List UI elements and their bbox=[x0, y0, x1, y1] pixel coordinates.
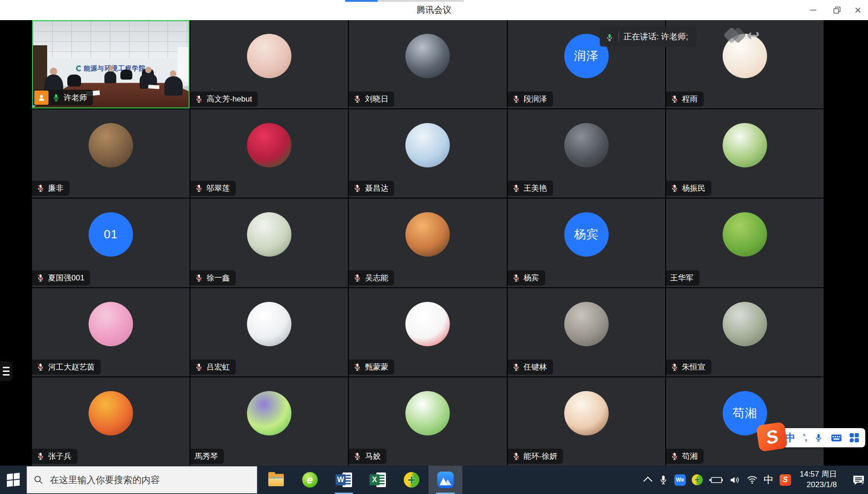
avatar bbox=[89, 302, 133, 346]
voice-input-icon[interactable] bbox=[814, 433, 823, 442]
taskbar-apps: e W X + bbox=[259, 466, 462, 494]
participant-name: 王美艳 bbox=[524, 183, 547, 193]
taskbar-browser-button[interactable]: e bbox=[293, 466, 327, 494]
restore-icon bbox=[833, 6, 841, 14]
sogou-ime-toolbar[interactable]: S 中 ˚, bbox=[768, 428, 865, 447]
tray-360-safety-icon[interactable]: + bbox=[692, 474, 703, 485]
participant-tile[interactable]: 甄蒙蒙 bbox=[349, 288, 506, 376]
participant-tile[interactable]: 刘晓日 bbox=[349, 20, 506, 108]
participant-tile[interactable]: 杨振民 bbox=[666, 109, 824, 198]
tray-sogou-icon[interactable]: S bbox=[780, 474, 791, 486]
action-center-icon[interactable] bbox=[852, 474, 865, 486]
ime-toolbox-icon[interactable] bbox=[850, 433, 859, 442]
sogou-logo-icon[interactable]: S bbox=[756, 422, 787, 452]
muted-mic-icon bbox=[36, 274, 45, 282]
avatar bbox=[722, 302, 767, 346]
taskbar-excel-button[interactable]: X bbox=[361, 466, 395, 494]
avatar bbox=[89, 123, 133, 167]
window-title: 腾讯会议 bbox=[0, 0, 868, 20]
participant-tile[interactable]: 馬秀琴 bbox=[190, 377, 348, 466]
participant-label: 廉非 bbox=[32, 181, 70, 196]
avatar bbox=[247, 391, 292, 435]
taskbar-file-explorer-button[interactable] bbox=[259, 466, 293, 494]
participant-label: 聂昌达 bbox=[349, 181, 394, 196]
avatar bbox=[406, 212, 450, 257]
start-button[interactable] bbox=[0, 466, 27, 494]
participant-tile[interactable]: 吕宏虹 bbox=[190, 288, 348, 376]
we-app-icon[interactable]: We bbox=[674, 474, 686, 486]
participant-label: 高文芳-hebut bbox=[190, 91, 258, 107]
ime-mode-indicator[interactable]: 中 bbox=[764, 473, 774, 487]
participant-name: 馬秀琴 bbox=[195, 451, 218, 462]
participant-tile[interactable]: 廉非 bbox=[32, 109, 190, 198]
participant-label: 夏国强001 bbox=[32, 270, 90, 285]
participant-tile[interactable]: 王华军 bbox=[666, 199, 824, 287]
participant-label: 刘晓日 bbox=[349, 91, 394, 107]
volume-icon[interactable] bbox=[729, 475, 741, 485]
wifi-icon[interactable] bbox=[747, 475, 758, 484]
taskbar-search[interactable] bbox=[27, 466, 257, 494]
participant-label: 甄蒙蒙 bbox=[349, 360, 394, 375]
avatar: 杨宾 bbox=[564, 212, 608, 257]
participant-tile[interactable]: 能环-徐妍 bbox=[508, 377, 665, 466]
participant-tile[interactable]: 王美艳 bbox=[508, 109, 665, 198]
participant-tile-video[interactable]: 能源与环境工程学院 bbox=[32, 20, 190, 108]
muted-mic-icon bbox=[36, 363, 45, 371]
muted-mic-icon bbox=[353, 363, 362, 371]
minimize-button[interactable]: ─ bbox=[802, 0, 824, 20]
taskbar: e W X + bbox=[0, 466, 868, 494]
avatar bbox=[247, 212, 292, 257]
undo-arrow-icon[interactable]: ↩ bbox=[747, 27, 760, 43]
menu-icon bbox=[3, 367, 10, 368]
virtual-keyboard-icon[interactable] bbox=[831, 434, 842, 442]
participant-tile[interactable]: 张子兵 bbox=[32, 377, 190, 466]
avatar bbox=[247, 302, 292, 346]
file-explorer-icon bbox=[268, 474, 284, 486]
participant-tile[interactable]: 朱恒宣 bbox=[666, 288, 824, 376]
taskbar-tencent-meeting-button[interactable] bbox=[429, 466, 462, 494]
avatar bbox=[247, 34, 292, 78]
participant-tile[interactable]: 任键林 bbox=[508, 288, 665, 376]
muted-mic-icon bbox=[195, 274, 203, 282]
participant-name: 能环-徐妍 bbox=[524, 451, 558, 462]
tray-microphone-icon[interactable] bbox=[658, 475, 668, 485]
search-icon bbox=[33, 475, 43, 485]
taskbar-word-button[interactable]: W bbox=[327, 466, 361, 494]
participant-tile[interactable]: 聂昌达 bbox=[349, 109, 506, 198]
word-icon: W bbox=[336, 473, 352, 487]
hidden-icons-chevron-icon[interactable] bbox=[646, 477, 652, 483]
participant-name: 夏国强001 bbox=[48, 273, 84, 283]
restore-button[interactable] bbox=[826, 0, 848, 20]
participant-tile[interactable]: 徐一鑫 bbox=[190, 199, 348, 287]
taskbar-360-safety-button[interactable]: + bbox=[395, 466, 429, 494]
360-safety-icon: + bbox=[404, 472, 419, 488]
participant-name: 张子兵 bbox=[48, 451, 71, 462]
overlay-icons: ↩ bbox=[726, 27, 760, 43]
participant-tile[interactable]: 邬翠莲 bbox=[190, 109, 348, 198]
participant-label: 王美艳 bbox=[508, 181, 553, 196]
participant-tile[interactable]: 苟湘 苟湘 bbox=[666, 377, 824, 466]
speaking-text: 正在讲话: 许老师; bbox=[624, 31, 688, 42]
participant-label: 邬翠莲 bbox=[190, 181, 236, 196]
participant-tile[interactable]: 杨宾 杨宾 bbox=[508, 199, 665, 287]
participant-name: 杨宾 bbox=[524, 273, 539, 283]
muted-mic-icon bbox=[512, 95, 521, 103]
punctuation-toggle-icon[interactable]: ˚, bbox=[803, 433, 806, 443]
participant-tile[interactable]: 吴志能 bbox=[349, 199, 506, 287]
window-titlebar: 腾讯会议 ─ ✕ bbox=[0, 0, 868, 20]
battery-charging-icon[interactable] bbox=[709, 476, 723, 484]
muted-mic-icon bbox=[36, 452, 45, 461]
participant-tile[interactable]: 高文芳-hebut bbox=[190, 20, 348, 108]
excel-icon: X bbox=[369, 473, 386, 487]
avatar bbox=[406, 123, 450, 167]
participant-tile[interactable]: 河工大赵艺茵 bbox=[32, 288, 190, 376]
participant-list-toggle[interactable] bbox=[0, 361, 12, 381]
participant-name: 朱恒宣 bbox=[682, 362, 705, 372]
participant-tile[interactable]: 01 夏国强001 bbox=[32, 199, 190, 287]
close-button[interactable]: ✕ bbox=[847, 0, 868, 20]
taskbar-clock[interactable]: 14:57 周日 2023/1/8 bbox=[800, 469, 837, 490]
participant-label: 王华军 bbox=[666, 270, 700, 285]
participant-name: 任键林 bbox=[524, 362, 547, 372]
search-input[interactable] bbox=[50, 475, 242, 485]
participant-tile[interactable]: 马姣 bbox=[349, 377, 506, 466]
